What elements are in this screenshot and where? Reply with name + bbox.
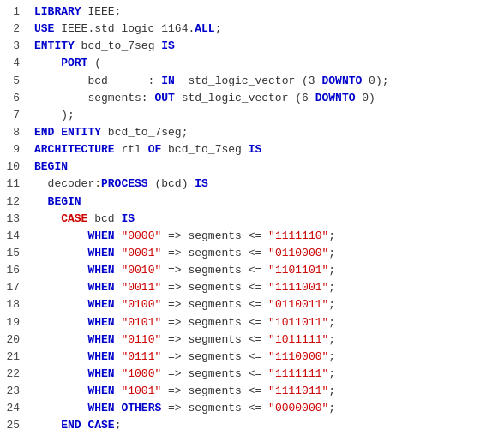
line-number: 11 <box>3 176 20 193</box>
code-line: END CASE; <box>34 417 497 429</box>
code-line: BEGIN <box>34 158 497 176</box>
line-number: 4 <box>3 55 20 72</box>
line-number: 16 <box>3 262 20 279</box>
code-line: PORT ( <box>34 55 497 72</box>
line-number-gutter: 1234567891011121314151617181920212223242… <box>0 0 27 429</box>
code-line: decoder:PROCESS (bcd) IS <box>34 176 497 193</box>
code-line: END ENTITY bcd_to_7seg; <box>34 124 497 141</box>
line-number: 24 <box>3 400 20 417</box>
line-number: 21 <box>3 349 20 366</box>
line-number: 7 <box>3 107 20 124</box>
line-number: 22 <box>3 366 20 383</box>
code-line: BEGIN <box>34 194 497 211</box>
code-area[interactable]: LIBRARY IEEE;USE IEEE.std_logic_1164.ALL… <box>27 0 504 429</box>
line-number: 14 <box>3 228 20 245</box>
line-number: 19 <box>3 314 20 331</box>
code-editor: 1234567891011121314151617181920212223242… <box>0 0 504 429</box>
line-number: 5 <box>3 73 20 90</box>
code-line: WHEN "0100" => segments <= "0110011"; <box>34 296 497 313</box>
line-number: 10 <box>3 158 20 176</box>
line-number: 13 <box>3 211 20 228</box>
code-line: WHEN "0000" => segments <= "1111110"; <box>34 228 497 245</box>
line-number: 9 <box>3 141 20 158</box>
code-line: WHEN "0110" => segments <= "1011111"; <box>34 331 497 349</box>
code-line: CASE bcd IS <box>34 211 497 228</box>
code-line: ENTITY bcd_to_7seg IS <box>34 38 497 55</box>
code-line: WHEN "0011" => segments <= "1111001"; <box>34 279 497 296</box>
line-number: 6 <box>3 90 20 107</box>
line-number: 15 <box>3 245 20 262</box>
line-number: 3 <box>3 38 20 55</box>
code-line: WHEN OTHERS => segments <= "0000000"; <box>34 400 497 417</box>
line-number: 2 <box>3 21 20 38</box>
line-number: 17 <box>3 279 20 296</box>
code-line: WHEN "0111" => segments <= "1110000"; <box>34 349 497 366</box>
line-number: 8 <box>3 124 20 141</box>
code-line: WHEN "1000" => segments <= "1111111"; <box>34 366 497 383</box>
code-line: USE IEEE.std_logic_1164.ALL; <box>34 21 497 38</box>
code-line: ARCHITECTURE rtl OF bcd_to_7seg IS <box>34 141 497 158</box>
line-number: 1 <box>3 3 20 21</box>
line-number: 25 <box>3 417 20 429</box>
line-number: 23 <box>3 383 20 400</box>
code-line: bcd : IN std_logic_vector (3 DOWNTO 0); <box>34 73 497 90</box>
code-line: WHEN "0001" => segments <= "0110000"; <box>34 245 497 262</box>
line-number: 20 <box>3 331 20 349</box>
code-line: LIBRARY IEEE; <box>34 3 497 21</box>
line-number: 18 <box>3 296 20 313</box>
code-line: WHEN "0010" => segments <= "1101101"; <box>34 262 497 279</box>
code-line: ); <box>34 107 497 124</box>
line-number: 12 <box>3 194 20 211</box>
code-line: WHEN "0101" => segments <= "1011011"; <box>34 314 497 331</box>
code-line: WHEN "1001" => segments <= "1111011"; <box>34 383 497 400</box>
code-line: segments: OUT std_logic_vector (6 DOWNTO… <box>34 90 497 107</box>
